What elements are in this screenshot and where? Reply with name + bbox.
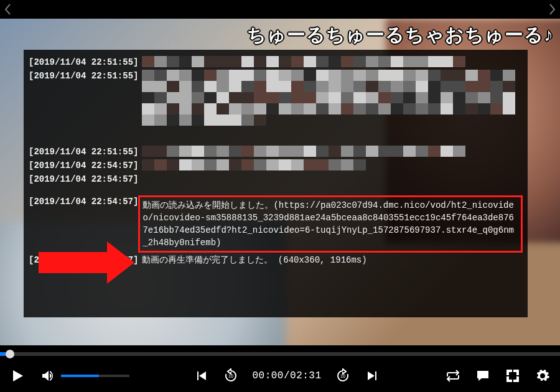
tab-scroll-left[interactable] — [0, 0, 15, 19]
log-timestamp: [2019/11/04 22:51:55] — [29, 70, 138, 82]
video-player: ちゅーるちゅーるちゃおちゅーる♪ [2019/11/04 22:51:55] [… — [0, 0, 560, 392]
seek-progress — [0, 352, 6, 356]
log-timestamp: [2019/11/04 22:51:55] — [29, 56, 138, 68]
svg-text:10: 10 — [340, 374, 345, 378]
time-current: 00:00 — [252, 370, 284, 381]
svg-text:10: 10 — [229, 374, 234, 378]
seek-knob[interactable] — [6, 350, 14, 358]
gear-icon — [535, 368, 550, 383]
arrow-shaft — [39, 252, 107, 273]
repeat-button[interactable] — [444, 367, 462, 385]
redacted-text — [142, 70, 523, 132]
log-timestamp: [2019/11/04 22:54:57] — [29, 159, 138, 172]
volume-level — [61, 375, 99, 377]
skip-prev-icon — [194, 368, 208, 383]
comment-button[interactable] — [474, 367, 492, 385]
log-timestamp: [2019/11/04 22:54:57] — [29, 195, 138, 208]
volume-group — [39, 367, 129, 385]
arrow-head-icon — [107, 241, 134, 284]
next-button[interactable] — [364, 367, 381, 385]
log-row: [2019/11/04 22:51:55] — [29, 70, 523, 132]
annotation-arrow — [39, 241, 134, 284]
spacer — [29, 187, 523, 195]
repeat-icon — [446, 368, 460, 383]
redacted-text — [142, 56, 523, 67]
play-icon — [10, 368, 25, 383]
log-row: [2019/11/04 22:51:55] — [29, 146, 523, 158]
log-message-highlighted: 動画の読み込みを開始しました。(https://pa023c07d94.dmc.… — [138, 195, 523, 253]
settings-button[interactable] — [534, 367, 551, 385]
log-row: [2019/11/04 22:51:55] — [29, 56, 523, 68]
log-timestamp: [2019/11/04 22:54:57] — [29, 173, 138, 185]
redacted-text — [142, 159, 523, 170]
chevron-right-icon — [549, 4, 556, 15]
comment-icon — [475, 368, 490, 383]
skip-next-icon — [365, 368, 380, 383]
tab-bar — [0, 0, 560, 19]
prev-button[interactable] — [192, 367, 210, 385]
video-viewport[interactable]: ちゅーるちゅーるちゃおちゅーる♪ [2019/11/04 22:51:55] [… — [0, 19, 560, 345]
log-message: 動画の再生準備が完了しました。 (640x360, 1916ms) — [138, 254, 366, 266]
forward-10-icon: 10 — [335, 368, 350, 383]
rewind-10-icon: 10 — [223, 368, 238, 383]
control-bar: 10 00:00/02:31 10 — [0, 360, 560, 392]
scrolling-comment: ちゅーるちゅーるちゃおちゅーる♪ — [247, 22, 554, 48]
time-sep: / — [284, 370, 290, 381]
log-timestamp: [2019/11/04 22:51:55] — [29, 146, 138, 158]
forward-10-button[interactable]: 10 — [334, 367, 352, 385]
fullscreen-button[interactable] — [504, 367, 521, 385]
seek-bar[interactable] — [0, 352, 560, 356]
log-row: [2019/11/04 22:54:57] — [29, 159, 523, 172]
volume-icon — [40, 368, 55, 383]
redacted-text — [142, 146, 523, 157]
volume-slider[interactable] — [61, 375, 129, 377]
time-total: 02:31 — [290, 370, 322, 381]
play-button[interactable] — [9, 367, 26, 385]
playback-time: 00:00/02:31 — [252, 370, 321, 381]
tab-scroll-right[interactable] — [545, 0, 560, 19]
spacer — [29, 133, 523, 146]
rewind-10-button[interactable]: 10 — [222, 367, 240, 385]
fullscreen-icon — [505, 368, 520, 383]
log-row: [2019/11/04 22:54:57] — [29, 173, 523, 185]
chevron-left-icon — [4, 4, 11, 15]
mute-button[interactable] — [39, 367, 56, 385]
